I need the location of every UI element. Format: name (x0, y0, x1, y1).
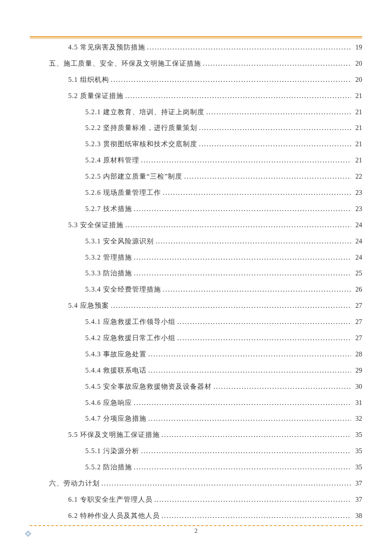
toc-leader-dots (163, 285, 351, 294)
toc-entry-page: 21 (353, 91, 362, 101)
toc-entry: 5.4.4 救援联系电话29 (30, 366, 362, 375)
toc-entry-label: 5.5.2 防治措施 (85, 462, 132, 472)
toc-entry-page: 24 (353, 237, 362, 246)
toc-entry: 5.1 组织机构20 (30, 75, 362, 84)
document-page: 4.5 常见病害及预防措施19五、施工质量、安全、环保及文明施工保证措施205.… (0, 0, 392, 555)
toc-entry-label: 5.2 质量保证措施 (68, 91, 124, 101)
toc-leader-dots (141, 446, 351, 456)
toc-entry-label: 5.4 应急预案 (68, 301, 109, 310)
toc-entry: 5.5 环保及文明施工保证措施35 (30, 430, 362, 439)
toc-entry: 5.3.1 安全风险源识别24 (30, 237, 362, 246)
page-number: 2 (0, 527, 392, 535)
toc-entry: 5.4.5 安全事故应急救援物资及设备器材30 (30, 382, 362, 391)
toc-leader-dots (213, 382, 351, 391)
toc-entry: 5.2.4 原材料管理21 (30, 156, 362, 165)
toc-entry-page: 35 (353, 462, 362, 472)
toc-entry: 5.2 质量保证措施21 (30, 91, 362, 101)
toc-entry-page: 27 (353, 301, 362, 310)
toc-entry-page: 30 (353, 382, 362, 391)
toc-entry-page: 20 (353, 59, 362, 68)
toc-leader-dots (148, 350, 351, 359)
toc-leader-dots (111, 301, 351, 310)
toc-entry: 5.3.2 管理措施24 (30, 253, 362, 262)
toc-leader-dots (134, 253, 351, 262)
toc-leader-dots (148, 366, 351, 375)
toc-leader-dots (206, 107, 351, 117)
toc-entry: 5.3.4 安全经费管理措施26 (30, 285, 362, 294)
toc-content: 4.5 常见病害及预防措施19五、施工质量、安全、环保及文明施工保证措施205.… (30, 43, 362, 521)
toc-leader-dots (148, 414, 351, 423)
toc-entry-page: 32 (353, 414, 362, 423)
toc-entry-page: 37 (353, 479, 362, 488)
toc-entry-page: 31 (353, 398, 362, 408)
toc-entry: 5.4 应急预案27 (30, 301, 362, 310)
toc-entry: 5.4.2 应急救援日常工作小组27 (30, 333, 362, 343)
toc-entry-page: 24 (353, 220, 362, 230)
toc-entry-page: 20 (353, 75, 362, 84)
toc-entry: 5.3 安全保证措施24 (30, 220, 362, 230)
diamond-icon (25, 530, 32, 537)
toc-entry-label: 5.4.7 分项应急措施 (85, 414, 147, 423)
toc-entry-label: 5.4.1 应急救援工作领导小组 (85, 317, 176, 327)
toc-entry-label: 5.3.1 安全风险源识别 (85, 237, 154, 246)
toc-entry: 5.5.1 污染源分析35 (30, 446, 362, 456)
toc-leader-dots (134, 462, 351, 472)
toc-entry: 5.2.1 建立教育、培训、持证上岗制度21 (30, 107, 362, 117)
toc-entry: 4.5 常见病害及预防措施19 (30, 43, 362, 52)
toc-entry: 六、劳动力计划37 (30, 479, 362, 488)
toc-entry-label: 5.2.4 原材料管理 (85, 156, 139, 165)
toc-entry-page: 29 (353, 366, 362, 375)
toc-leader-dots (177, 317, 351, 327)
toc-entry-label: 5.4.4 救援联系电话 (85, 366, 147, 375)
toc-leader-dots (184, 172, 351, 181)
toc-entry: 5.2.3 贯彻图纸审核和技术交底制度21 (30, 139, 362, 149)
bottom-rule (30, 525, 362, 526)
toc-entry-label: 4.5 常见病害及预防措施 (68, 43, 145, 52)
toc-leader-dots (177, 333, 351, 343)
toc-entry: 五、施工质量、安全、环保及文明施工保证措施20 (30, 59, 362, 68)
toc-entry-label: 5.1 组织机构 (68, 75, 109, 84)
toc-entry: 5.3.3 防治措施25 (30, 269, 362, 278)
toc-leader-dots (163, 188, 351, 197)
toc-entry: 5.4.1 应急救援工作领导小组27 (30, 317, 362, 327)
toc-entry-label: 5.4.5 安全事故应急救援物资及设备器材 (85, 382, 212, 391)
toc-entry-label: 5.3 安全保证措施 (68, 220, 124, 230)
toc-leader-dots (134, 269, 351, 278)
toc-entry-label: 5.3.3 防治措施 (85, 269, 132, 278)
toc-entry-page: 24 (353, 253, 362, 262)
toc-entry-label: 5.3.2 管理措施 (85, 253, 132, 262)
toc-entry: 5.5.2 防治措施35 (30, 462, 362, 472)
toc-entry-page: 37 (353, 495, 362, 504)
toc-entry-label: 5.2.2 坚持质量标准，进行质量策划 (85, 123, 197, 133)
toc-entry-label: 5.2.1 建立教育、培训、持证上岗制度 (85, 107, 205, 117)
toc-entry-page: 23 (353, 188, 362, 197)
toc-entry-page: 38 (353, 511, 362, 520)
toc-leader-dots (125, 220, 351, 230)
toc-entry-page: 27 (353, 333, 362, 343)
toc-entry-page: 21 (353, 107, 362, 117)
toc-leader-dots (134, 398, 351, 408)
toc-leader-dots (147, 43, 351, 52)
toc-entry: 5.2.5 内部建立质量“三检”制度22 (30, 172, 362, 181)
toc-entry-label: 5.4.6 应急响应 (85, 398, 132, 408)
toc-entry-label: 5.3.4 安全经费管理措施 (85, 285, 161, 294)
toc-entry-label: 5.2.3 贯彻图纸审核和技术交底制度 (85, 139, 197, 149)
toc-entry: 5.2.2 坚持质量标准，进行质量策划21 (30, 123, 362, 133)
toc-entry-label: 5.5 环保及文明施工保证措施 (68, 430, 160, 439)
toc-leader-dots (141, 156, 351, 165)
toc-entry-page: 21 (353, 156, 362, 165)
toc-entry: 6.2 特种作业人员及其他人员38 (30, 511, 362, 520)
toc-leader-dots (111, 75, 351, 84)
toc-entry-label: 6.1 专职安全生产管理人员 (68, 495, 153, 504)
toc-leader-dots (154, 495, 351, 504)
toc-leader-dots (125, 91, 351, 101)
toc-entry-label: 5.4.3 事故应急处置 (85, 350, 147, 359)
toc-entry-label: 5.2.6 现场质量管理工作 (85, 188, 161, 197)
toc-entry-page: 19 (353, 43, 362, 52)
toc-leader-dots (134, 204, 351, 214)
toc-leader-dots (101, 479, 351, 488)
toc-entry-label: 5.2.5 内部建立质量“三检”制度 (85, 172, 182, 181)
toc-entry: 6.1 专职安全生产管理人员37 (30, 495, 362, 504)
toc-entry-page: 21 (353, 123, 362, 133)
toc-entry-label: 5.2.7 技术措施 (85, 204, 132, 214)
